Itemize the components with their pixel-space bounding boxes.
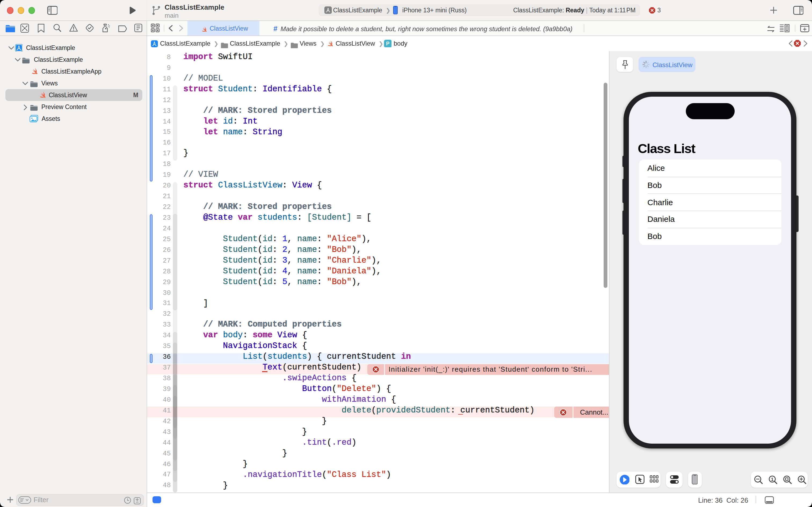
- svg-text:1: 1: [771, 477, 773, 482]
- svg-text:P: P: [386, 41, 389, 47]
